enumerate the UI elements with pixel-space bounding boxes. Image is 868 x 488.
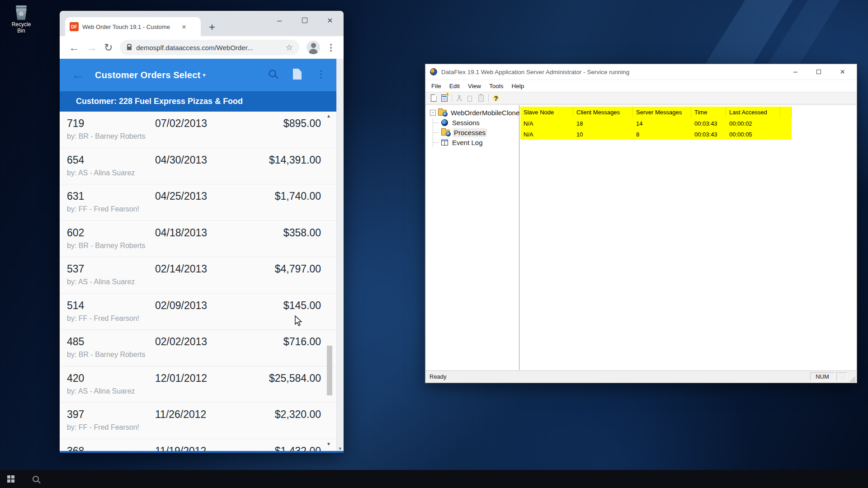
page-scroll-down-icon[interactable]: ▼ xyxy=(338,446,342,451)
copy-button[interactable] xyxy=(465,93,476,103)
order-amount: $358.00 xyxy=(283,227,321,239)
order-salesperson: by: AS - Alina Suarez xyxy=(67,169,135,177)
admin-toolbar: ? xyxy=(425,92,857,104)
desktop: { "desktop": { "recycle_bin": { "label":… xyxy=(0,0,868,488)
order-amount: $2,320.00 xyxy=(275,408,321,421)
recycle-bin-label: Recycle Bin xyxy=(7,21,35,34)
admin-maximize-button[interactable] xyxy=(816,70,821,74)
order-row[interactable]: 48502/02/2013$716.00by: BR - Barney Robe… xyxy=(60,330,336,366)
order-row[interactable]: 39711/26/2012$2,320.00by: FF - Fred Fear… xyxy=(60,403,336,439)
menu-item-file[interactable]: File xyxy=(427,83,445,89)
cut-button[interactable] xyxy=(454,93,465,103)
tree-collapse-icon[interactable]: − xyxy=(430,110,436,116)
admin-minimize-button[interactable]: – xyxy=(793,68,797,76)
tree-item-event-log[interactable]: Event Log xyxy=(426,137,519,147)
slave-node-grid[interactable]: Slave NodeClient MessagesServer Messages… xyxy=(520,107,792,140)
grid-data-row[interactable]: N/A10800:03:4300:00:05 xyxy=(520,129,792,140)
page-scrollbar[interactable]: ▼ xyxy=(336,59,344,453)
close-button[interactable]: × xyxy=(317,11,343,30)
order-row[interactable]: 60204/18/2013$358.00by: BR - Barney Robe… xyxy=(60,221,336,258)
browser-toolbar: ← → ↻ demosplf.dataaccess.com/WebOrder..… xyxy=(60,36,344,59)
tab-title: Web Order Touch 19.1 - Custome xyxy=(82,23,178,30)
toolbar-separator xyxy=(452,94,452,102)
order-amount: $145.00 xyxy=(283,300,321,312)
paste-button[interactable] xyxy=(476,93,486,103)
folder-globe-icon xyxy=(438,110,447,116)
toolbar-separator xyxy=(488,94,489,102)
app-menu-icon[interactable]: ⋮ xyxy=(316,69,326,80)
recycle-bin[interactable]: ♻ Recycle Bin xyxy=(7,5,35,34)
address-bar[interactable]: demosplf.dataaccess.com/WebOrder... ☆ xyxy=(120,40,299,55)
grid-header-filler xyxy=(780,107,792,118)
lock-icon xyxy=(127,47,132,50)
browser-menu-icon[interactable]: ⋮ xyxy=(326,42,335,53)
tree-root-weboardermobileclone[interactable]: − WebOrderMobileClone xyxy=(426,108,519,117)
browser-window: DF Web Order Touch 19.1 - Custome × + – … xyxy=(60,11,344,453)
new-tab-button[interactable]: + xyxy=(209,21,215,33)
grid-data-row[interactable]: N/A181400:03:4300:00:02 xyxy=(520,118,792,129)
tree-item-processes[interactable]: Processes xyxy=(426,127,519,137)
order-number: 602 xyxy=(67,227,84,239)
properties-icon xyxy=(441,94,448,102)
order-row[interactable]: 71907/02/2013$895.00by: BR - Barney Robe… xyxy=(60,112,336,148)
document-icon[interactable] xyxy=(293,69,302,80)
order-salesperson: by: BR - Barney Roberts xyxy=(67,351,145,359)
order-number: 631 xyxy=(67,190,84,202)
maximize-icon xyxy=(302,18,307,23)
help-button[interactable]: ? xyxy=(491,93,501,103)
menu-item-tools[interactable]: Tools xyxy=(485,83,508,89)
order-row[interactable]: 53702/14/2013$4,797.00by: AS - Alina Sua… xyxy=(60,257,336,294)
browser-tab[interactable]: DF Web Order Touch 19.1 - Custome × xyxy=(65,17,201,36)
taskbar-search-button[interactable] xyxy=(22,470,43,488)
tree-item-label: Sessions xyxy=(451,118,481,127)
url-text[interactable]: demosplf.dataaccess.com/WebOrder... xyxy=(136,44,286,52)
back-button[interactable]: ← xyxy=(69,42,79,53)
order-date: 12/01/2012 xyxy=(155,372,207,385)
reload-button[interactable]: ↻ xyxy=(104,42,113,53)
list-scroll-up-icon[interactable]: ▲ xyxy=(326,113,331,118)
menu-item-help[interactable]: Help xyxy=(508,83,528,89)
properties-button[interactable] xyxy=(439,93,450,103)
order-number: 654 xyxy=(67,154,84,166)
app-back-arrow-icon[interactable]: ← xyxy=(71,69,84,81)
grid-cell: 00:00:05 xyxy=(726,131,780,138)
order-row[interactable]: 65404/30/2013$14,391.00by: AS - Alina Su… xyxy=(60,148,336,185)
bookmark-star-icon[interactable]: ☆ xyxy=(286,42,293,52)
forward-button[interactable]: → xyxy=(86,42,97,53)
process-detail-panel: Slave NodeClient MessagesServer Messages… xyxy=(519,105,856,370)
order-date: 02/14/2013 xyxy=(155,263,207,275)
admin-close-button[interactable]: × xyxy=(840,67,845,77)
menu-item-view[interactable]: View xyxy=(464,83,485,89)
search-icon[interactable] xyxy=(269,70,276,77)
folder-globe-icon xyxy=(441,130,450,136)
resize-grip[interactable] xyxy=(849,376,855,382)
order-row[interactable]: 42012/01/2012$25,584.00by: AS - Alina Su… xyxy=(60,366,336,403)
list-scrollbar-thumb[interactable] xyxy=(327,346,332,395)
new-document-button[interactable] xyxy=(428,93,439,103)
order-number: 485 xyxy=(67,336,84,348)
order-number: 397 xyxy=(67,408,84,421)
maximize-button[interactable] xyxy=(292,11,317,30)
admin-title-bar[interactable]: DataFlex 19.1 Web Application Server Adm… xyxy=(425,64,857,80)
grid-cell: N/A xyxy=(520,131,573,138)
grid-cell: 00:00:02 xyxy=(726,120,780,127)
admin-maximize-icon xyxy=(816,70,821,74)
menu-item-edit[interactable]: Edit xyxy=(445,83,464,89)
profile-avatar[interactable] xyxy=(307,41,320,54)
start-button[interactable] xyxy=(0,470,22,488)
order-amount: $895.00 xyxy=(283,117,321,130)
grid-header-row: Slave NodeClient MessagesServer Messages… xyxy=(520,107,792,118)
minimize-button[interactable]: – xyxy=(267,11,292,30)
tab-close-icon[interactable]: × xyxy=(182,23,186,31)
chevron-down-icon[interactable]: ▾ xyxy=(203,72,205,78)
order-date: 02/09/2013 xyxy=(155,300,207,312)
grid-body: N/A181400:03:4300:00:02N/A10800:03:4300:… xyxy=(520,118,792,140)
order-row[interactable]: 63104/25/2013$1,740.00by: FF - Fred Fear… xyxy=(60,184,336,221)
new-document-icon xyxy=(431,94,437,102)
app-title[interactable]: Customer Orders Select xyxy=(95,70,200,80)
mouse-cursor xyxy=(295,315,305,327)
grid-cell: 14 xyxy=(633,120,691,127)
tree-item-sessions[interactable]: Sessions xyxy=(426,117,519,127)
list-scroll-down-icon[interactable]: ▼ xyxy=(326,441,331,446)
taskbar-search-icon xyxy=(33,476,39,482)
